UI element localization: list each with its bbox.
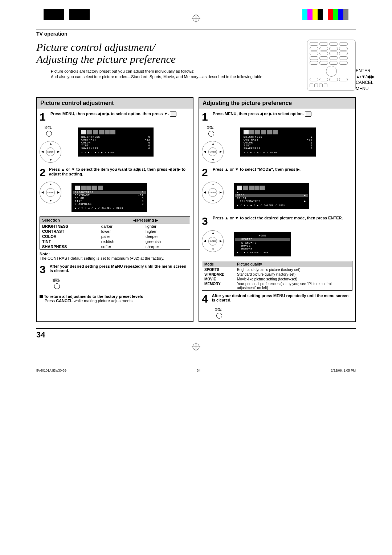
menu-button-icon xyxy=(216,313,222,319)
selection-table: Selection ◀ Pressing ▶ BRIGHTNESSdarkerl… xyxy=(40,216,190,250)
menu-setup-label: MENU SETUP xyxy=(45,126,61,130)
dpad-icon: ENTER ▲▼◀▶ xyxy=(202,182,224,203)
osd-screen-mode: ▲ MODE▶ COLOR TEMPERATURE▶ ▲ / ▼ / ◀ / ▶… xyxy=(234,183,309,209)
right-step4: After your desired setting press MENU re… xyxy=(212,293,352,304)
menu-button-icon xyxy=(46,131,52,137)
crosshair-icon xyxy=(192,14,200,24)
left-step3: After your desired setting press MENU re… xyxy=(50,264,190,275)
square-bullet-icon xyxy=(40,295,43,298)
dpad-icon: ENTER ▲ ▼ ◀ ▶ xyxy=(40,182,61,203)
intro-text-1: Picture controls are factory preset but … xyxy=(51,69,301,74)
dpad-icon: ENTER ▲ ▼ ◀ ▶ xyxy=(40,141,61,163)
left-heading: Picture control adjustment xyxy=(37,98,193,109)
step-number: 2 xyxy=(202,167,210,178)
page-title: Picture control adjustment/ Adjusting th… xyxy=(36,41,301,65)
color-bar-left xyxy=(44,9,90,20)
registration-top xyxy=(0,0,392,29)
right-step1: Press MENU, then press ◀ or ▶ to select … xyxy=(213,112,311,122)
osd-screen-2: BRIGHTNESS0 CONTRAST+32 COLOR0 TINT0 SHA… xyxy=(72,183,147,212)
step-number: 3 xyxy=(202,216,210,227)
note: Note: The CONTRAST default setting is se… xyxy=(40,252,190,260)
left-step2: Press ▲ or ▼ to select the item you want… xyxy=(49,167,190,178)
left-column: Picture control adjustment 1 Press MENU,… xyxy=(36,97,193,322)
osd-screen-1: BRIGHTNESS0 CONTRAST+32 COLOR0 TINT0 SHA… xyxy=(78,127,154,157)
menu-button-icon xyxy=(208,131,214,137)
menu-setup-label: MENU SETUP xyxy=(215,308,352,312)
step-number: 1 xyxy=(40,112,48,122)
page-number: 34 xyxy=(36,328,356,340)
left-step1: Press MENU, then press ◀ or ▶ to select … xyxy=(50,112,176,122)
osd-screen-modelist: MODE SPORTS STANDARD MOVIE MEMORY ▲ / ▼ … xyxy=(234,232,291,256)
step-number: 3 xyxy=(40,264,47,275)
footer: 5V60101A [E]p30-39 34 2/22/06, 1:05 PM xyxy=(36,369,356,372)
dpad-icon: ENTER ▲▼◀▶ xyxy=(202,141,224,163)
color-bar-right xyxy=(302,9,348,20)
right-column: Adjusting the picture preference 1 Press… xyxy=(199,97,356,322)
dpad-icon: ENTER ▲▼◀▶ xyxy=(202,230,224,252)
picture-option-icon xyxy=(305,112,311,117)
menu-button-icon xyxy=(54,283,60,289)
right-step2: Press ▲ or ▼ to select "MODE", then pres… xyxy=(213,167,301,178)
remote-callouts: ENTER ▲/▼/◀/▶ CANCEL MENU xyxy=(356,68,375,92)
return-note: To return all adjustments to the factory… xyxy=(40,294,190,303)
step-number: 4 xyxy=(202,293,209,304)
menu-setup-label: MENU SETUP xyxy=(207,126,223,130)
picture-option-icon xyxy=(170,112,176,117)
remote-illustration xyxy=(307,40,356,91)
step-number: 1 xyxy=(202,112,210,122)
osd-screen-r1: BRIGHTNESS0 CONTRAST+32 COLOR0 TINT0 SHA… xyxy=(240,127,316,157)
menu-setup-label: MENU SETUP xyxy=(53,279,190,283)
intro-text-2: And also you can select four picture mod… xyxy=(51,74,301,80)
crosshair-bottom xyxy=(0,340,392,354)
section-label: TV operation xyxy=(36,31,356,37)
mode-table: Mode Picture quality SPORTSBright and dy… xyxy=(202,261,352,291)
right-heading: Adjusting the picture preference xyxy=(199,98,355,109)
right-step3: Press ▲ or ▼ to select the desired pictu… xyxy=(213,216,343,227)
step-number: 2 xyxy=(40,167,46,178)
